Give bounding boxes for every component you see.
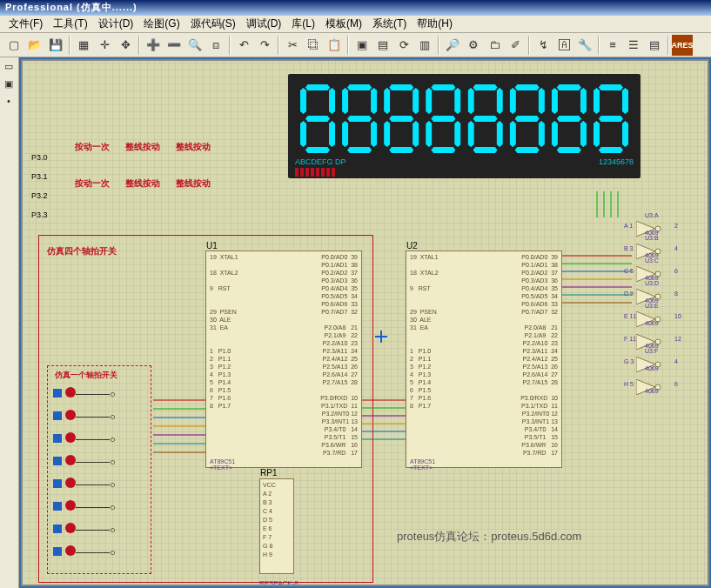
wave-annotation: 整线按动 [125,141,160,153]
dip-switch[interactable]: ─────○ [53,500,140,516]
mcu-pin [210,339,281,347]
mcu-pin: P0.7/AD7 32 [486,308,558,316]
not-gate[interactable]: U3:F G 3 4 4069 [620,353,695,376]
mcu-pin: P2.4/A12 25 [286,355,358,363]
mcu-pin: P2.2/A10 23 [286,339,358,347]
package-icon[interactable]: 🗀 [484,35,505,56]
port-label: P3.1 [31,167,48,186]
mcu-pin: P3.6/WR 16 [286,441,358,449]
junction-icon[interactable]: • [0,92,17,110]
pan-icon[interactable]: ✥ [115,35,136,56]
not-gate[interactable]: U3:E E 11 10 4069 [620,308,695,331]
port-labels: P3.0 P3.1 P3.2 P3.3 [31,148,48,224]
grid-icon[interactable]: ▦ [73,35,94,56]
make-icon[interactable]: ⚙ [463,35,484,56]
ares-button[interactable]: ARES [672,35,693,56]
copy-icon[interactable]: ⿻ [303,35,324,56]
mcu-pin: 2 P1.1 [410,355,481,363]
mcu-u1[interactable]: U1 19 XTAL1P0.0/AD0 39P0.1/AD1 3818 XTAL… [205,251,362,468]
redo-icon[interactable]: ↷ [254,35,275,56]
mcu-pin [210,261,281,269]
work-area: ▭ ▣ • P3.0 P3.1 P3.2 P3.3 按动一次 整线按动 整线按动… [0,57,711,588]
bom-icon[interactable]: ▤ [644,35,665,56]
dip-switch[interactable]: ─────○ [53,387,140,403]
open-icon[interactable]: 📂 [24,35,45,56]
part-name: AT89C51 [210,458,235,464]
zoom-in-icon[interactable]: ➕ [143,35,164,56]
separator [138,36,140,55]
mcu-pin: P3.5/T1 15 [286,433,358,441]
menu-file[interactable]: 文件(F) [3,15,48,33]
zoom-area-icon[interactable]: ⧈ [205,35,226,56]
seg-digit [552,84,587,152]
mcu-pin: P3.7/RD 17 [286,449,358,457]
not-gate[interactable]: H 5 6 4069 [620,376,695,398]
mcu-pin: 4 P1.3 [410,371,481,378]
dip-switch[interactable]: ─────○ [53,545,140,561]
part-note: <TEXT> [410,464,433,471]
property-icon[interactable]: 🔧 [574,35,595,56]
mcu-pin [210,292,281,300]
undo-icon[interactable]: ↶ [233,35,254,56]
mcu-pin: P2.0/A8 21 [486,324,558,331]
cut-icon[interactable]: ✂ [282,35,303,56]
seg-digit [342,84,377,152]
select-mode-icon[interactable]: ▭ [0,57,17,75]
menu-help[interactable]: 帮助(H) [412,15,458,33]
mcu-pin: 8 P1.7 [410,402,481,410]
menu-debug[interactable]: 调试(D) [241,15,287,33]
part-name: AT89C51 [410,458,435,464]
menu-bar: 文件(F) 工具(T) 设计(D) 绘图(G) 源代码(S) 调试(D) 库(L… [0,16,711,33]
mcu-pin [210,418,281,425]
netlist-icon[interactable]: ☰ [623,35,644,56]
origin-icon[interactable]: ✛ [94,35,115,56]
mcu-pin: 4 P1.3 [210,371,281,378]
menu-template[interactable]: 模板(M) [320,15,367,33]
mcu-pin: P0.0/AD0 39 [486,253,558,261]
block-move-icon[interactable]: ▤ [372,35,393,56]
mcu-pin: P3.5/T1 15 [486,433,558,441]
main-toolbar: ▢ 📂 💾 ▦ ✛ ✥ ➕ ➖ 🔍 ⧈ ↶ ↷ ✂ ⿻ 📋 ▣ ▤ ⟳ ▥ 🔎 … [0,33,711,57]
schematic-canvas[interactable]: P3.0 P3.1 P3.2 P3.3 按动一次 整线按动 整线按动 按动一次 … [21,59,709,586]
menu-source[interactable]: 源代码(S) [185,15,241,33]
search-icon[interactable]: 🄰 [553,35,574,56]
save-icon[interactable]: 💾 [45,35,66,56]
menu-tools[interactable]: 工具(T) [48,15,92,33]
mcu-pin: P2.3/A11 24 [486,347,558,355]
resistor-pack[interactable]: RP1 VCC A 2B 3C 4D 5E 6F 7G 8H 9 [259,478,294,574]
dip-switch[interactable]: ─────○ [53,478,140,493]
zoom-out-icon[interactable]: ➖ [164,35,184,56]
port-label: P3.3 [31,205,48,224]
dip-switch[interactable]: ─────○ [53,455,140,471]
switch-title: 仿真一个轴拍开关 [55,370,117,381]
menu-system[interactable]: 系统(T) [367,15,412,33]
block-delete-icon[interactable]: ▥ [414,35,435,56]
mcu-pin: P2.3/A11 24 [286,347,358,355]
paste-icon[interactable]: 📋 [324,35,345,56]
dip-switch[interactable]: ─────○ [53,410,140,425]
menu-library[interactable]: 库(L) [286,15,320,33]
block-rotate-icon[interactable]: ⟳ [393,35,414,56]
component-mode-icon[interactable]: ▣ [0,75,17,92]
block-copy-icon[interactable]: ▣ [352,35,372,56]
pick-icon[interactable]: 🔎 [442,35,463,56]
title-bar: Professional (仿真中......) [0,0,711,16]
mcu-pin: P2.4/A12 25 [486,355,558,363]
inverter-gates: U3:A A 1 2 4069U3:B B 3 4 4069U3:C C 5 6… [620,217,695,398]
new-icon[interactable]: ▢ [3,35,24,56]
mcu-pin: P0.6/AD6 33 [486,300,558,308]
decompose-icon[interactable]: ✐ [505,35,526,56]
menu-graph[interactable]: 绘图(G) [138,15,184,33]
dip-switch[interactable]: ─────○ [53,432,140,448]
zoom-fit-icon[interactable]: 🔍 [184,35,205,56]
dip-switch[interactable]: ─────○ [53,523,140,538]
frame-title: 仿真四个轴拍开关 [47,245,117,257]
separator [347,36,349,55]
erc-icon[interactable]: ≡ [602,35,623,56]
rp-pin: D 5 [263,516,291,525]
wire-autoroute-icon[interactable]: ↯ [533,35,553,56]
mcu-pin: 31 EA [410,324,481,331]
mcu-pin: 9 RST [210,284,281,292]
menu-design[interactable]: 设计(D) [93,15,139,33]
mcu-u2[interactable]: U2 19 XTAL1P0.0/AD0 39P0.1/AD1 3818 XTAL… [406,251,562,468]
